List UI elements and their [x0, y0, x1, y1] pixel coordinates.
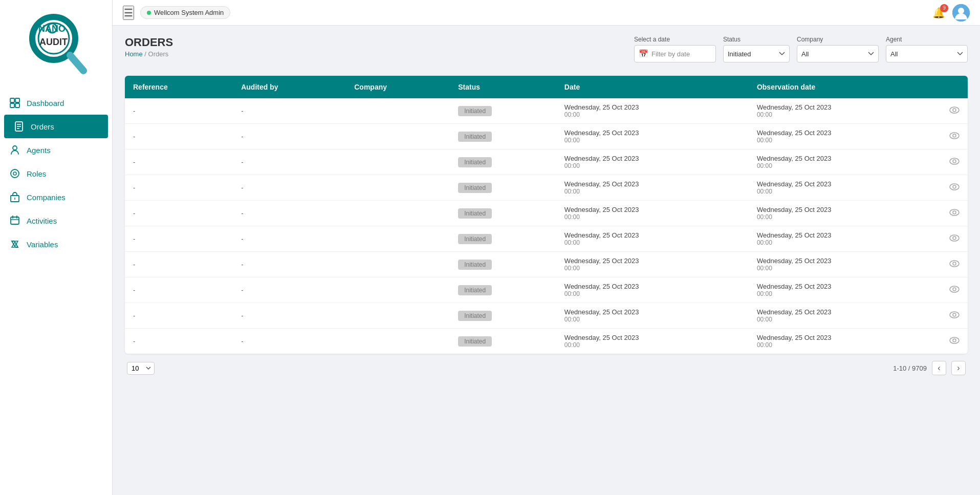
cell-date: Wednesday, 25 Oct 2023 00:00 — [556, 175, 749, 201]
sidebar-item-label-dashboard: Dashboard — [27, 99, 64, 107]
company-filter-select[interactable]: All — [797, 45, 879, 62]
date-filter-group: Select a date 📅 Filter by date — [634, 36, 716, 62]
page-size-select[interactable]: 10 25 50 100 — [127, 362, 155, 375]
agent-filter-group: Agent All — [886, 36, 968, 62]
status-badge: Initiated — [458, 208, 492, 219]
status-badge: Initiated — [458, 285, 492, 295]
cell-status: Initiated — [450, 201, 556, 226]
date-value: Wednesday, 25 Oct 2023 — [564, 231, 741, 239]
cell-status: Initiated — [450, 98, 556, 124]
topbar-right: 🔔 9 — [932, 4, 970, 21]
sidebar-item-orders[interactable]: Orders — [4, 115, 108, 138]
cell-date: Wednesday, 25 Oct 2023 00:00 — [556, 124, 749, 149]
sidebar-item-agents[interactable]: Agents — [0, 138, 112, 162]
view-button[interactable] — [949, 157, 960, 167]
cell-view — [941, 175, 968, 201]
col-actions — [941, 76, 968, 98]
sidebar-item-label-variables: Variables — [27, 240, 58, 249]
agents-icon — [9, 144, 20, 156]
admin-label: Wellcom System Admin — [154, 9, 224, 16]
status-filter-select[interactable]: Initiated All Completed Cancelled — [723, 45, 790, 62]
cell-audited-by: - — [233, 201, 346, 226]
svg-rect-9 — [15, 103, 19, 107]
cell-view — [941, 201, 968, 226]
breadcrumb-current: Orders — [148, 50, 169, 58]
view-button[interactable] — [949, 131, 960, 141]
view-button[interactable] — [949, 233, 960, 244]
cell-company — [346, 201, 450, 226]
date-value: Wednesday, 25 Oct 2023 — [564, 308, 741, 316]
cell-date: Wednesday, 25 Oct 2023 00:00 — [556, 226, 749, 252]
cell-status: Initiated — [450, 252, 556, 277]
obs-date-value: Wednesday, 25 Oct 2023 — [757, 257, 933, 265]
breadcrumb: Home / Orders — [125, 50, 173, 58]
date-filter-input[interactable]: 📅 Filter by date — [634, 45, 716, 62]
cell-reference: - — [125, 124, 233, 149]
svg-rect-19 — [11, 217, 19, 224]
hamburger-button[interactable]: ☰ — [123, 6, 134, 20]
avatar-image — [952, 4, 970, 21]
next-page-button[interactable]: › — [951, 361, 966, 375]
view-button[interactable] — [949, 208, 960, 218]
cell-date: Wednesday, 25 Oct 2023 00:00 — [556, 329, 749, 354]
sidebar-item-companies[interactable]: Companies — [0, 185, 112, 209]
view-button[interactable] — [949, 182, 960, 192]
cell-view — [941, 277, 968, 303]
cell-obs-date: Wednesday, 25 Oct 2023 00:00 — [749, 277, 941, 303]
cell-obs-date: Wednesday, 25 Oct 2023 00:00 — [749, 226, 941, 252]
sidebar-item-label-agents: Agents — [27, 146, 51, 155]
notification-button[interactable]: 🔔 9 — [932, 7, 945, 19]
obs-time-value: 00:00 — [757, 341, 933, 349]
sidebar-item-dashboard[interactable]: Dashboard — [0, 91, 112, 115]
table-header: Reference Audited by Company Status Date… — [125, 76, 968, 98]
svg-point-32 — [953, 185, 956, 188]
prev-page-button[interactable]: ‹ — [932, 361, 946, 375]
cell-view — [941, 124, 968, 149]
table-row: - - Initiated Wednesday, 25 Oct 2023 00:… — [125, 277, 968, 303]
sidebar-item-label-roles: Roles — [27, 169, 46, 178]
table-row: - - Initiated Wednesday, 25 Oct 2023 00:… — [125, 226, 968, 252]
view-button[interactable] — [949, 105, 960, 116]
status-badge: Initiated — [458, 311, 492, 321]
sidebar-item-activities[interactable]: Activities — [0, 209, 112, 232]
table-row: - - Initiated Wednesday, 25 Oct 2023 00:… — [125, 98, 968, 124]
view-button[interactable] — [949, 336, 960, 346]
time-value: 00:00 — [564, 111, 741, 118]
svg-point-25 — [950, 107, 959, 113]
cell-audited-by: - — [233, 303, 346, 329]
obs-date-value: Wednesday, 25 Oct 2023 — [757, 334, 933, 341]
obs-date-value: Wednesday, 25 Oct 2023 — [757, 308, 933, 316]
sidebar-item-label-activities: Activities — [27, 217, 57, 225]
status-badge: Initiated — [458, 132, 492, 142]
table-header-row: Reference Audited by Company Status Date… — [125, 76, 968, 98]
svg-point-43 — [950, 337, 959, 343]
admin-status-dot — [147, 11, 151, 15]
avatar[interactable] — [952, 4, 970, 21]
sidebar-item-roles[interactable]: Roles — [0, 162, 112, 185]
orders-icon — [13, 121, 25, 132]
cell-audited-by: - — [233, 149, 346, 175]
companies-icon — [9, 191, 20, 203]
time-value: 00:00 — [564, 239, 741, 246]
cell-reference: - — [125, 201, 233, 226]
content-area: ORDERS Home / Orders Select a date 📅 Fil… — [113, 26, 980, 495]
table-row: - - Initiated Wednesday, 25 Oct 2023 00:… — [125, 175, 968, 201]
breadcrumb-home[interactable]: Home — [125, 50, 143, 58]
view-button[interactable] — [949, 285, 960, 295]
svg-point-36 — [953, 236, 956, 240]
svg-rect-8 — [10, 103, 14, 107]
agent-filter-label: Agent — [886, 36, 968, 43]
sidebar-item-variables[interactable]: Variables — [0, 232, 112, 256]
view-button[interactable] — [949, 259, 960, 269]
col-observation-date: Observation date — [749, 76, 941, 98]
cell-obs-date: Wednesday, 25 Oct 2023 00:00 — [749, 329, 941, 354]
view-button[interactable] — [949, 310, 960, 320]
obs-time-value: 00:00 — [757, 265, 933, 272]
col-reference: Reference — [125, 76, 233, 98]
svg-point-41 — [950, 312, 959, 318]
date-value: Wednesday, 25 Oct 2023 — [564, 257, 741, 265]
agent-filter-select[interactable]: All — [886, 45, 968, 62]
cell-company — [346, 124, 450, 149]
svg-rect-6 — [10, 98, 14, 102]
cell-view — [941, 329, 968, 354]
